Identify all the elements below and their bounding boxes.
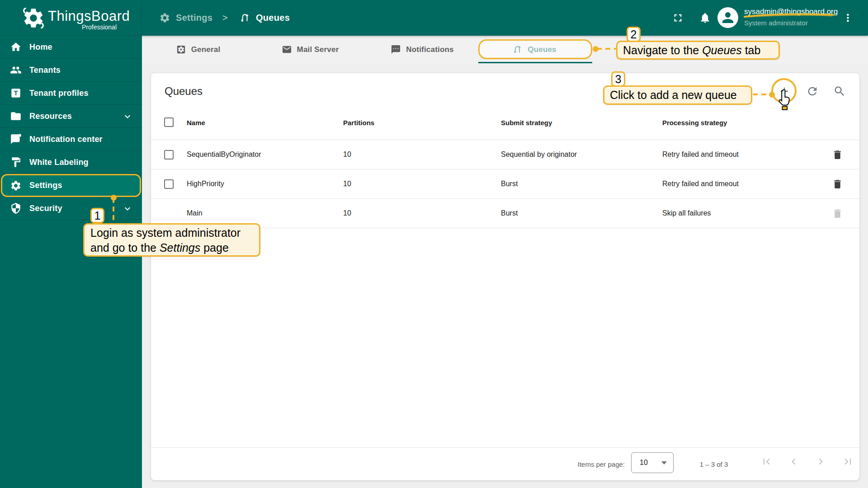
hand-cursor-icon [776,89,792,110]
pagination-bar: Items per page: 10 1 – 3 of 3 [151,447,859,480]
settings-applications-icon [176,44,186,55]
annotation-step-badge-1: 1 [90,208,104,223]
column-header-submit-strategy: Submit strategy [501,119,552,127]
select-all-checkbox[interactable] [164,117,174,127]
tab-label: Mail Server [297,45,339,54]
queues-card: Queues Name Partitions Submit strategy P… [151,73,859,480]
callout-text: Navigate to the [623,44,702,56]
sidebar-item-label: Tenants [29,66,61,75]
cell-processing-strategy: Skip all failures [662,209,711,217]
notification-message-icon [10,133,22,145]
first-page-button [760,455,773,468]
next-page-button [815,455,827,468]
page-size-value: 10 [640,459,648,467]
thingsboard-logo-icon [22,6,45,30]
sidebar-item-white-labeling[interactable]: White Labeling [0,151,142,174]
annotation-callout-1: Login as system administrator and go to … [83,223,260,257]
brand-name: ThingsBoard [48,8,130,24]
active-tab-underline [478,62,592,63]
home-icon [10,41,22,53]
column-header-partitions: Partitions [343,119,374,127]
tab-label: General [191,45,221,54]
cell-submit-strategy: Sequential by originator [501,150,577,159]
queues-icon [239,12,250,23]
breadcrumb-settings[interactable]: Settings [159,0,212,36]
sidebar-item-label: Home [29,42,52,52]
folder-icon [10,110,22,122]
search-button[interactable] [833,85,846,98]
sidebar-item-resources[interactable]: Resources [0,105,142,128]
sidebar-item-notification-center[interactable]: Notification center [0,128,142,151]
sidebar-item-settings[interactable]: Settings [1,174,141,197]
annotation-connector-line [113,198,114,224]
cell-submit-strategy: Burst [501,209,518,217]
cell-name: HighPriority [187,180,224,188]
row-checkbox[interactable] [164,150,174,160]
delete-queue-icon[interactable] [832,178,843,190]
more-vert-icon[interactable] [842,12,854,24]
cell-partitions: 10 [343,150,351,159]
callout-text-italic: Settings [160,241,200,254]
annotation-connector-line [753,94,771,95]
sidebar-item-label: Resources [29,112,72,121]
cell-submit-strategy: Burst [501,180,518,188]
callout-text: Login as system administrator [90,226,241,239]
sidebar-item-home[interactable]: Home [0,36,142,59]
annotation-step-badge-2: 2 [627,27,641,42]
sidebar-item-tenants[interactable]: Tenants [0,59,142,82]
sidebar-item-security[interactable]: Security [0,197,142,220]
cell-name: Main [187,209,203,217]
breadcrumb-section-label: Settings [176,13,212,23]
thingsboard-app: ThingsBoard Professional Home Tenants Te… [0,0,868,488]
row-checkbox[interactable] [164,179,174,189]
shield-icon [10,202,22,214]
tab-notifications[interactable]: Notifications [366,36,478,63]
tenants-icon [10,64,22,76]
table-header: Name Partitions Submit strategy Processi… [151,105,859,140]
mail-icon [282,44,292,55]
email-highlight-underline [744,13,834,19]
breadcrumb-current-label: Queues [256,13,290,23]
breadcrumb-separator: > [222,0,228,36]
chat-icon [391,44,401,55]
annotation-step-badge-3: 3 [611,71,625,87]
sidebar-item-label: Security [29,204,62,213]
last-page-button [842,455,854,468]
user-role: System administrator [744,19,844,27]
column-header-processing-strategy: Processing strategy [662,119,727,127]
sidebar-item-tenant-profiles[interactable]: Tenant profiles [0,82,142,105]
breadcrumb-queues[interactable]: Queues [239,0,290,36]
sidebar-item-label: Settings [29,181,62,190]
delete-queue-icon[interactable] [832,149,843,160]
callout-text: tab [742,44,761,56]
table-row[interactable]: HighPriority 10 Burst Retry failed and t… [151,169,859,199]
callout-text-italic: Queues [702,44,742,56]
sidebar-item-label: Tenant profiles [29,89,89,98]
refresh-button[interactable] [806,85,819,98]
gear-icon [159,12,170,23]
chevron-down-icon [122,111,133,122]
tab-mail-server[interactable]: Mail Server [254,36,366,63]
notifications-bell-icon[interactable] [699,12,711,24]
cell-processing-strategy: Retry failed and timeout [662,180,739,188]
cell-processing-strategy: Retry failed and timeout [662,150,739,159]
annotation-tab-highlight [478,39,592,59]
cell-partitions: 10 [343,209,351,217]
cell-partitions: 10 [343,180,351,188]
cell-name: SequentialByOriginator [187,150,261,159]
topbar: Settings > Queues sysadmin@thingsboard.o… [142,0,868,36]
app-logo[interactable]: ThingsBoard Professional [0,0,142,36]
page-size-select[interactable]: 10 [631,452,674,473]
annotation-callout-2: Navigate to the Queues tab [616,41,780,60]
column-header-name: Name [187,119,205,127]
annotation-callout-3: Click to add a new queue [603,85,752,105]
fullscreen-icon[interactable] [672,12,684,24]
sidebar-item-label: Notification center [29,135,103,144]
gear-icon [10,180,22,192]
sidebar-nav: Home Tenants Tenant profiles Resources N… [0,36,142,220]
chevron-down-icon [122,203,133,214]
avatar[interactable] [717,7,738,28]
sidebar-item-label: White Labeling [29,158,89,167]
table-row[interactable]: SequentialByOriginator 10 Sequential by … [151,140,859,169]
tab-general[interactable]: General [142,36,254,63]
